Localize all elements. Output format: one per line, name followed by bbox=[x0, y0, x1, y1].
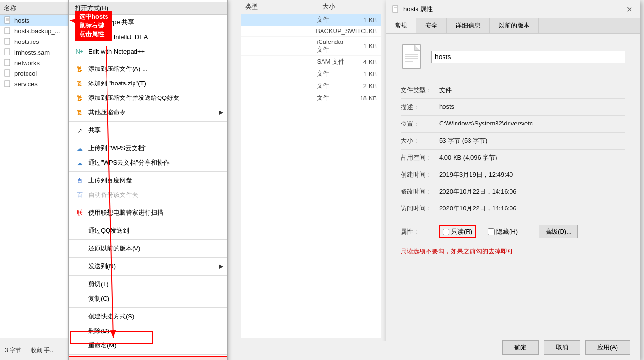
separator-11 bbox=[69, 354, 227, 355]
separator-3 bbox=[69, 139, 227, 139]
prop-value-filetype: 文件 bbox=[439, 86, 625, 95]
menu-item-lenovo[interactable]: 联 使用联想电脑管家进行扫描 bbox=[69, 206, 227, 220]
menu-item-send-to[interactable]: 发送到(N) ▶ bbox=[69, 259, 227, 274]
prop-label-size: 大小： bbox=[401, 137, 439, 145]
prop-value-created: 2019年3月19日，12:49:40 bbox=[439, 170, 625, 179]
menu-item-properties[interactable]: 属性(R) bbox=[69, 356, 227, 360]
tab-security[interactable]: 安全 bbox=[416, 18, 447, 33]
file-row-6[interactable]: 文件 18 KB bbox=[242, 92, 381, 104]
dialog-footer: 确定 取消 应用(A) bbox=[386, 335, 640, 360]
menu-item-baidu-upload[interactable]: 百 上传到百度网盘 bbox=[69, 173, 227, 188]
properties-dialog: hosts 属性 ✕ 常规 安全 详细信息 以前的版本 文 bbox=[386, 0, 640, 360]
menu-item-restore[interactable]: 还原以前的版本(V) bbox=[69, 241, 227, 256]
menu-item-skype[interactable]: S 使用 Skype 共享 bbox=[69, 15, 227, 29]
menu-item-create-shortcut[interactable]: 创建快捷方式(S) bbox=[69, 309, 227, 324]
readonly-checkbox[interactable] bbox=[443, 229, 449, 235]
svg-rect-8 bbox=[5, 70, 10, 76]
ok-button[interactable]: 确定 bbox=[502, 340, 539, 355]
file-row-type-4: 文件 bbox=[317, 69, 351, 78]
file-item-services[interactable]: services bbox=[0, 79, 69, 89]
menu-item-rename[interactable]: 重命名(M) bbox=[69, 338, 227, 353]
tab-general[interactable]: 常规 bbox=[386, 18, 416, 33]
menu-item-notepad[interactable]: N+ Edit with Notepad++ bbox=[69, 44, 227, 58]
prop-label-description: 描述： bbox=[401, 103, 439, 111]
tab-previous-versions[interactable]: 以前的版本 bbox=[490, 18, 539, 33]
menu-item-intellij[interactable]: IJ Edit with IntelliJ IDEA bbox=[69, 29, 227, 44]
dialog-close-button[interactable]: ✕ bbox=[624, 4, 634, 14]
prop-value-accessed: 2020年10月22日，14:16:06 bbox=[439, 204, 625, 213]
file-row-0[interactable]: 文件 1 KB bbox=[242, 14, 381, 26]
filename-input[interactable] bbox=[431, 51, 625, 63]
menu-item-cut[interactable]: 剪切(T) bbox=[69, 277, 227, 291]
file-name-lmhosts: lmhosts.sam bbox=[14, 49, 50, 56]
menu-item-compress-add[interactable]: 🗜 添加到压缩文件(A) ... bbox=[69, 62, 227, 76]
file-row-size-3: 4 KB bbox=[351, 58, 377, 66]
file-name-networks: networks bbox=[14, 59, 40, 67]
file-icon-protocol bbox=[4, 69, 12, 77]
menu-item-share[interactable]: ↗ 共享 bbox=[69, 123, 227, 138]
file-item-hosts-ics[interactable]: hosts.ics bbox=[0, 36, 69, 47]
dialog-content: 文件类型： 文件 描述： hosts 位置： C:\Windows\System… bbox=[386, 34, 640, 265]
file-row-5[interactable]: 文件 2 KB bbox=[242, 80, 381, 92]
menu-item-compress-qq[interactable]: 🗜 添加到压缩文件并发送给QQ好友 bbox=[69, 91, 227, 105]
file-item-lmhosts[interactable]: lmhosts.sam bbox=[0, 47, 69, 57]
prop-row-location: 位置： C:\Windows\System32\drivers\etc bbox=[401, 116, 625, 133]
context-menu: 打开方式(H) S 使用 Skype 共享 IJ Edit with Intel… bbox=[68, 0, 228, 360]
menu-item-compress-other[interactable]: 🗜 其他压缩命令 ▶ bbox=[69, 105, 227, 120]
file-row-1[interactable]: BACKUP_SWITC... 1 KB bbox=[242, 26, 381, 37]
wps-upload-icon: ☁ bbox=[75, 143, 84, 153]
prop-row-size-on-disk: 占用空间： 4.00 KB (4,096 字节) bbox=[401, 150, 625, 166]
file-row-3[interactable]: SAM 文件 4 KB bbox=[242, 56, 381, 68]
file-row-size-5: 2 KB bbox=[351, 83, 377, 90]
menu-item-compress-zip[interactable]: 🗜 添加到 "hosts.zip"(T) bbox=[69, 76, 227, 91]
prop-label-created: 创建时间： bbox=[401, 170, 439, 179]
status-extra: 收藏 手... bbox=[31, 346, 54, 355]
file-row-type-3: SAM 文件 bbox=[317, 57, 351, 66]
file-icon-name-row bbox=[401, 43, 625, 70]
menu-item-delete[interactable]: 删除(D) bbox=[69, 324, 227, 338]
file-item-networks[interactable]: networks bbox=[0, 57, 69, 68]
file-row-type-6: 文件 bbox=[317, 94, 351, 102]
prop-value-size: 53 字节 (53 字节) bbox=[439, 137, 625, 145]
file-icon-hosts bbox=[4, 16, 12, 24]
status-item-count: 3 字节 bbox=[5, 346, 21, 355]
menu-item-copy[interactable]: 复制(C) bbox=[69, 291, 227, 306]
file-list-header: 名称 bbox=[0, 2, 69, 15]
file-name-protocol: protocol bbox=[14, 70, 37, 77]
prop-label-filetype: 文件类型： bbox=[401, 86, 439, 95]
file-item-hosts-backup[interactable]: hosts.backup_... bbox=[0, 26, 69, 36]
tab-details[interactable]: 详细信息 bbox=[447, 18, 490, 33]
svg-rect-4 bbox=[5, 28, 10, 34]
file-item-protocol[interactable]: protocol bbox=[0, 68, 69, 79]
hidden-checkbox-group[interactable]: 隐藏(H) bbox=[488, 225, 518, 238]
prop-row-created: 创建时间： 2019年3月19日，12:49:40 bbox=[401, 166, 625, 183]
prop-value-location: C:\Windows\System32\drivers\etc bbox=[439, 120, 625, 127]
apply-button[interactable]: 应用(A) bbox=[585, 340, 630, 355]
file-row-4[interactable]: 文件 1 KB bbox=[242, 68, 381, 80]
lenovo-icon: 联 bbox=[75, 208, 84, 218]
menu-item-wps-upload[interactable]: ☁ 上传到 "WPS云文档" bbox=[69, 141, 227, 155]
send-to-icon bbox=[75, 262, 84, 271]
file-item-hosts[interactable]: hosts bbox=[0, 15, 69, 26]
big-file-svg bbox=[402, 44, 422, 69]
hidden-checkbox[interactable] bbox=[488, 228, 495, 235]
svg-rect-5 bbox=[5, 38, 10, 44]
prop-label-size-on-disk: 占用空间： bbox=[401, 153, 439, 162]
prop-value-modified: 2020年10月22日，14:16:06 bbox=[439, 187, 625, 196]
menu-item-wps-share[interactable]: ☁ 通过"WPS云文档"分享和协作 bbox=[69, 155, 227, 170]
dialog-tabs: 常规 安全 详细信息 以前的版本 bbox=[386, 18, 640, 34]
file-row-2[interactable]: iCalendar 文件 1 KB bbox=[242, 37, 381, 56]
cut-icon bbox=[75, 279, 84, 289]
cancel-button[interactable]: 取消 bbox=[544, 340, 580, 355]
prop-row-description: 描述： hosts bbox=[401, 99, 625, 116]
menu-item-qq-send[interactable]: 通过QQ发送到 bbox=[69, 223, 227, 238]
separator-4 bbox=[69, 171, 227, 172]
advanced-button[interactable]: 高级(D)... bbox=[539, 225, 578, 238]
file-icon-lmhosts bbox=[4, 48, 12, 56]
attr-row: 属性： 只读(R) 隐藏(H) 高级(D)... bbox=[401, 217, 625, 242]
menu-open-with-header: 打开方式(H) bbox=[69, 2, 227, 15]
intellij-icon: IJ bbox=[75, 32, 84, 42]
svg-rect-10 bbox=[393, 6, 398, 12]
restore-icon bbox=[75, 244, 84, 253]
file-row-type-0: 文件 bbox=[317, 15, 351, 24]
